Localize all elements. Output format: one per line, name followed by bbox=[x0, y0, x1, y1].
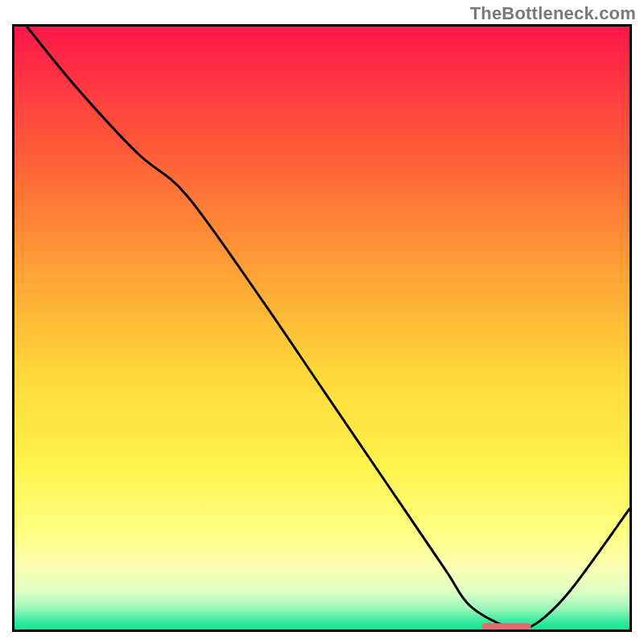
chart-container: TheBottleneck.com bbox=[0, 0, 644, 644]
watermark-text: TheBottleneck.com bbox=[470, 3, 636, 24]
plot-frame bbox=[12, 24, 632, 632]
gradient-fill-rect bbox=[14, 27, 630, 630]
plot-svg bbox=[14, 27, 630, 630]
optimal-range-marker bbox=[482, 623, 531, 630]
